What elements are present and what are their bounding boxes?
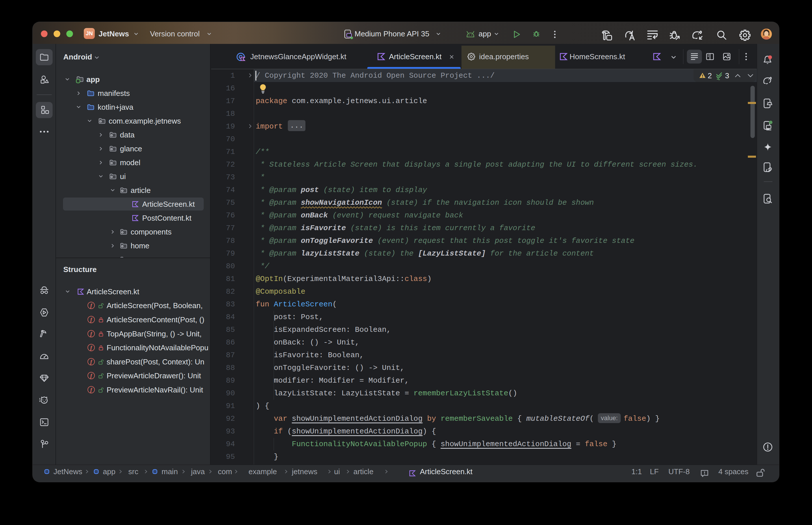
svg-text:f: f [90, 345, 93, 350]
svg-text:f: f [90, 373, 93, 379]
svg-text:f: f [90, 387, 93, 393]
svg-text:f: f [90, 303, 93, 309]
svg-text:f: f [90, 317, 93, 322]
svg-text:f: f [90, 331, 93, 337]
svg-text:f: f [90, 359, 93, 365]
